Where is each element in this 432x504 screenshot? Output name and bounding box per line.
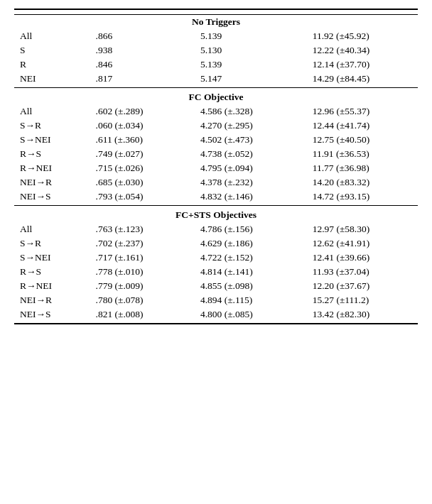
ppl-cell: 12.14 (±37.70) xyxy=(298,57,418,72)
table-row: S→R.060 (±.034)4.270 (±.295)12.44 (±41.7… xyxy=(14,119,418,133)
col-class xyxy=(14,9,82,15)
class-cell: R→S xyxy=(14,147,82,161)
class-cell: S xyxy=(14,43,82,57)
table-row: NEI→S.821 (±.008)4.800 (±.085)13.42 (±82… xyxy=(14,307,418,324)
sts-cell: 4.800 (±.085) xyxy=(186,307,298,324)
sts-cell: 4.629 (±.186) xyxy=(186,236,298,251)
table-row: NEI.8175.14714.29 (±84.45) xyxy=(14,72,418,88)
sts-cell: 5.130 xyxy=(186,43,298,57)
sts-cell: 5.139 xyxy=(186,57,298,72)
ppl-cell: 11.77 (±36.98) xyxy=(298,161,418,175)
ppl-cell: 12.75 (±40.50) xyxy=(298,133,418,147)
table-row: R→NEI.715 (±.026)4.795 (±.094)11.77 (±36… xyxy=(14,161,418,175)
ppl-cell: 12.20 (±37.67) xyxy=(298,279,418,293)
ppl-cell: 12.22 (±40.34) xyxy=(298,43,418,57)
class-cell: S→R xyxy=(14,119,82,133)
table-header xyxy=(14,9,418,15)
sts-cell: 4.738 (±.052) xyxy=(186,147,298,161)
sts-cell: 4.502 (±.473) xyxy=(186,133,298,147)
ppl-cell: 11.92 (±45.92) xyxy=(298,29,418,43)
f1-cell: .763 (±.123) xyxy=(82,222,186,236)
ppl-cell: 12.62 (±41.91) xyxy=(298,236,418,251)
table-row: R→S.749 (±.027)4.738 (±.052)11.91 (±36.5… xyxy=(14,147,418,161)
results-table: No TriggersAll.8665.13911.92 (±45.92)S.9… xyxy=(14,9,418,324)
class-cell: R→NEI xyxy=(14,161,82,175)
f1-cell: .060 (±.034) xyxy=(82,119,186,133)
class-cell: NEI→S xyxy=(14,190,82,206)
f1-cell: .779 (±.009) xyxy=(82,279,186,293)
sts-cell: 4.722 (±.152) xyxy=(186,251,298,265)
class-cell: S→NEI xyxy=(14,133,82,147)
ppl-cell: 15.27 (±111.2) xyxy=(298,293,418,307)
f1-cell: .749 (±.027) xyxy=(82,147,186,161)
ppl-cell: 14.72 (±93.15) xyxy=(298,190,418,206)
table-row: S→NEI.611 (±.360)4.502 (±.473)12.75 (±40… xyxy=(14,133,418,147)
f1-cell: .702 (±.237) xyxy=(82,236,186,251)
ppl-cell: 13.42 (±82.30) xyxy=(298,307,418,324)
table-row: NEI→R.685 (±.030)4.378 (±.232)14.20 (±83… xyxy=(14,175,418,190)
class-cell: All xyxy=(14,222,82,236)
f1-cell: .817 xyxy=(82,72,186,88)
f1-cell: .793 (±.054) xyxy=(82,190,186,206)
table-row: All.8665.13911.92 (±45.92) xyxy=(14,29,418,43)
class-cell: NEI→R xyxy=(14,175,82,190)
ppl-cell: 12.96 (±55.37) xyxy=(298,104,418,119)
ppl-cell: 14.20 (±83.32) xyxy=(298,175,418,190)
table-row: S→R.702 (±.237)4.629 (±.186)12.62 (±41.9… xyxy=(14,236,418,251)
section-header-row: No Triggers xyxy=(14,15,418,30)
ppl-cell: 12.44 (±41.74) xyxy=(298,119,418,133)
sts-cell: 4.832 (±.146) xyxy=(186,190,298,206)
f1-cell: .821 (±.008) xyxy=(82,307,186,324)
sts-cell: 4.586 (±.328) xyxy=(186,104,298,119)
section-header-row: FC+STS Objectives xyxy=(14,206,418,223)
section-title: No Triggers xyxy=(14,15,418,30)
sts-cell: 4.786 (±.156) xyxy=(186,222,298,236)
sts-cell: 4.894 (±.115) xyxy=(186,293,298,307)
sts-cell: 4.814 (±.141) xyxy=(186,265,298,279)
table-row: NEI→S.793 (±.054)4.832 (±.146)14.72 (±93… xyxy=(14,190,418,206)
f1-cell: .938 xyxy=(82,43,186,57)
col-f1 xyxy=(82,9,186,15)
table-row: R→S.778 (±.010)4.814 (±.141)11.93 (±37.0… xyxy=(14,265,418,279)
table-row: All.763 (±.123)4.786 (±.156)12.97 (±58.3… xyxy=(14,222,418,236)
sts-cell: 4.855 (±.098) xyxy=(186,279,298,293)
ppl-cell: 12.97 (±58.30) xyxy=(298,222,418,236)
class-cell: S→R xyxy=(14,236,82,251)
class-cell: R→NEI xyxy=(14,279,82,293)
class-cell: R xyxy=(14,57,82,72)
table-row: NEI→R.780 (±.078)4.894 (±.115)15.27 (±11… xyxy=(14,293,418,307)
sts-cell: 5.139 xyxy=(186,29,298,43)
ppl-cell: 11.91 (±36.53) xyxy=(298,147,418,161)
ppl-cell: 14.29 (±84.45) xyxy=(298,72,418,88)
class-cell: NEI→R xyxy=(14,293,82,307)
col-ppl xyxy=(298,9,418,15)
sts-cell: 4.378 (±.232) xyxy=(186,175,298,190)
class-cell: All xyxy=(14,29,82,43)
table-row: R→NEI.779 (±.009)4.855 (±.098)12.20 (±37… xyxy=(14,279,418,293)
final-border-row xyxy=(14,324,418,324)
section-title: FC+STS Objectives xyxy=(14,206,418,223)
f1-cell: .715 (±.026) xyxy=(82,161,186,175)
ppl-cell: 11.93 (±37.04) xyxy=(298,265,418,279)
f1-cell: .778 (±.010) xyxy=(82,265,186,279)
sts-cell: 4.795 (±.094) xyxy=(186,161,298,175)
f1-cell: .717 (±.161) xyxy=(82,251,186,265)
class-cell: All xyxy=(14,104,82,119)
f1-cell: .611 (±.360) xyxy=(82,133,186,147)
sts-cell: 5.147 xyxy=(186,72,298,88)
table-row: S→NEI.717 (±.161)4.722 (±.152)12.41 (±39… xyxy=(14,251,418,265)
table-row: All.602 (±.289)4.586 (±.328)12.96 (±55.3… xyxy=(14,104,418,119)
sts-cell: 4.270 (±.295) xyxy=(186,119,298,133)
class-cell: R→S xyxy=(14,265,82,279)
table-row: R.8465.13912.14 (±37.70) xyxy=(14,57,418,72)
section-header-row: FC Objective xyxy=(14,88,418,105)
class-cell: NEI xyxy=(14,72,82,88)
class-cell: NEI→S xyxy=(14,307,82,324)
section-title: FC Objective xyxy=(14,88,418,105)
class-cell: S→NEI xyxy=(14,251,82,265)
table-row: S.9385.13012.22 (±40.34) xyxy=(14,43,418,57)
col-sts xyxy=(186,9,298,15)
f1-cell: .866 xyxy=(82,29,186,43)
f1-cell: .780 (±.078) xyxy=(82,293,186,307)
ppl-cell: 12.41 (±39.66) xyxy=(298,251,418,265)
